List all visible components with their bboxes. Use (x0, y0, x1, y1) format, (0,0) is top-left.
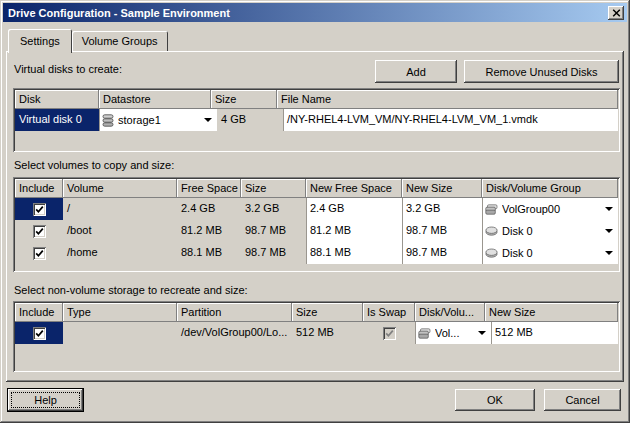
column-header-new-free-space[interactable]: New Free Space (306, 179, 402, 198)
dialog-drive-configuration: Drive Configuration - Sample Environment… (0, 0, 630, 423)
check-icon (35, 329, 44, 338)
new-size-field[interactable]: 98.7 MB (402, 242, 482, 264)
column-header-free-space[interactable]: Free Space (177, 179, 241, 198)
include-cell (15, 198, 63, 220)
file-name-field[interactable]: /NY-RHEL4-LVM_VM/NY-RHEL4-LVM_VM_1.vmdk (283, 109, 618, 131)
new-free-space-field[interactable]: 81.2 MB (306, 220, 402, 242)
column-header-disk-volume-group[interactable]: Disk/Volume Group (482, 179, 618, 198)
disk-volume-group-value: Disk 0 (502, 247, 601, 259)
tab-strip: Settings Volume Groups (8, 29, 168, 53)
is-swap-cell (363, 322, 415, 344)
volume-group-icon (418, 328, 431, 339)
volumes-header: Include Volume Free Space Size New Free … (15, 179, 618, 198)
virtual-disks-label: Virtual disks to create: (14, 63, 122, 75)
disk-volume-group-combobox[interactable]: VolGroup00 (482, 198, 618, 220)
column-header-file-name[interactable]: File Name (277, 90, 618, 109)
check-icon (35, 205, 44, 214)
chevron-down-icon (478, 331, 486, 335)
ok-button[interactable]: OK (455, 389, 535, 411)
table-row: /dev/VolGroup00/Lo... 512 MB Vol... (15, 322, 618, 344)
remove-unused-disks-button[interactable]: Remove Unused Disks (464, 60, 619, 83)
volumes-table: Include Volume Free Space Size New Free … (13, 177, 620, 272)
chevron-down-icon (605, 207, 613, 211)
chevron-down-icon (204, 118, 212, 122)
add-button[interactable]: Add (375, 60, 457, 83)
free-space-cell: 2.4 GB (177, 198, 241, 220)
include-checkbox[interactable] (33, 203, 46, 216)
check-icon (385, 329, 394, 338)
include-checkbox[interactable] (33, 225, 46, 238)
non-volume-header: Include Type Partition Size Is Swap Disk… (15, 303, 618, 322)
column-header-size[interactable]: Size (241, 179, 306, 198)
disk-icon (485, 248, 498, 258)
tab-settings-label: Settings (20, 35, 60, 47)
size-cell: 98.7 MB (241, 242, 306, 264)
size-cell: 98.7 MB (241, 220, 306, 242)
column-header-include[interactable]: Include (15, 179, 63, 198)
column-header-type[interactable]: Type (63, 303, 177, 322)
column-header-datastore[interactable]: Datastore (99, 90, 211, 109)
column-header-volume[interactable]: Volume (63, 179, 177, 198)
check-icon (35, 227, 44, 236)
column-header-size[interactable]: Size (292, 303, 363, 322)
chevron-down-icon (605, 229, 613, 233)
non-volume-label: Select non-volume storage to recreate an… (14, 284, 248, 296)
disk-size-cell: 4 GB (217, 109, 283, 131)
table-row: / 2.4 GB 3.2 GB 2.4 GB 3.2 GB VolGroup00 (15, 198, 618, 220)
type-cell (63, 322, 177, 344)
datastore-combobox[interactable]: storage1 (99, 109, 217, 131)
table-row: Virtual disk 0 storage1 4 GB /NY-RHEL4-L… (15, 109, 618, 131)
new-size-field[interactable]: 98.7 MB (402, 220, 482, 242)
column-header-new-size[interactable]: New Size (402, 179, 482, 198)
datastore-value: storage1 (118, 114, 200, 126)
volumes-label: Select volumes to copy and size: (14, 159, 174, 171)
close-icon (612, 9, 621, 17)
size-cell: 512 MB (292, 322, 363, 344)
column-header-disk-volume-group[interactable]: Disk/Volu... (415, 303, 485, 322)
include-cell (15, 242, 63, 264)
tab-volume-groups[interactable]: Volume Groups (72, 31, 168, 51)
column-header-include[interactable]: Include (15, 303, 63, 322)
column-header-disk[interactable]: Disk (15, 90, 99, 109)
column-header-size[interactable]: Size (211, 90, 277, 109)
new-free-space-field[interactable]: 2.4 GB (306, 198, 402, 220)
volume-group-icon (485, 204, 498, 215)
column-header-partition[interactable]: Partition (177, 303, 292, 322)
is-swap-checkbox (383, 327, 396, 340)
tab-volume-groups-label: Volume Groups (82, 35, 158, 47)
disk-volume-group-combobox[interactable]: Disk 0 (482, 220, 618, 242)
include-checkbox[interactable] (33, 247, 46, 260)
window-title: Drive Configuration - Sample Environment (8, 7, 608, 19)
new-size-field[interactable]: 3.2 GB (402, 198, 482, 220)
disk-volume-group-value: Vol... (435, 327, 474, 339)
include-cell (15, 322, 63, 344)
volume-name-cell: / (63, 198, 177, 220)
disk-icon (485, 226, 498, 236)
table-row: /boot 81.2 MB 98.7 MB 81.2 MB 98.7 MB Di… (15, 220, 618, 242)
volume-name-cell: /boot (63, 220, 177, 242)
table-row: /home 88.1 MB 98.7 MB 88.1 MB 98.7 MB Di… (15, 242, 618, 264)
datastore-icon (102, 114, 114, 127)
size-cell: 3.2 GB (241, 198, 306, 220)
close-button[interactable] (608, 6, 624, 20)
virtual-disks-header: Disk Datastore Size File Name (15, 90, 618, 109)
disk-volume-group-combobox[interactable]: Vol... (415, 322, 491, 344)
cancel-button[interactable]: Cancel (544, 389, 621, 411)
help-button[interactable]: Help (8, 389, 83, 411)
titlebar[interactable]: Drive Configuration - Sample Environment (3, 3, 627, 22)
disk-name-cell[interactable]: Virtual disk 0 (15, 109, 99, 131)
free-space-cell: 88.1 MB (177, 242, 241, 264)
include-cell (15, 220, 63, 242)
column-header-new-size[interactable]: New Size (485, 303, 618, 322)
disk-volume-group-combobox[interactable]: Disk 0 (482, 242, 618, 264)
check-icon (35, 249, 44, 258)
new-size-field[interactable]: 512 MB (491, 322, 618, 344)
new-free-space-field[interactable]: 88.1 MB (306, 242, 402, 264)
tab-settings[interactable]: Settings (8, 29, 72, 53)
volume-name-cell: /home (63, 242, 177, 264)
column-header-is-swap[interactable]: Is Swap (363, 303, 415, 322)
free-space-cell: 81.2 MB (177, 220, 241, 242)
partition-cell: /dev/VolGroup00/Lo... (177, 322, 292, 344)
include-checkbox[interactable] (33, 327, 46, 340)
disk-volume-group-value: Disk 0 (502, 225, 601, 237)
